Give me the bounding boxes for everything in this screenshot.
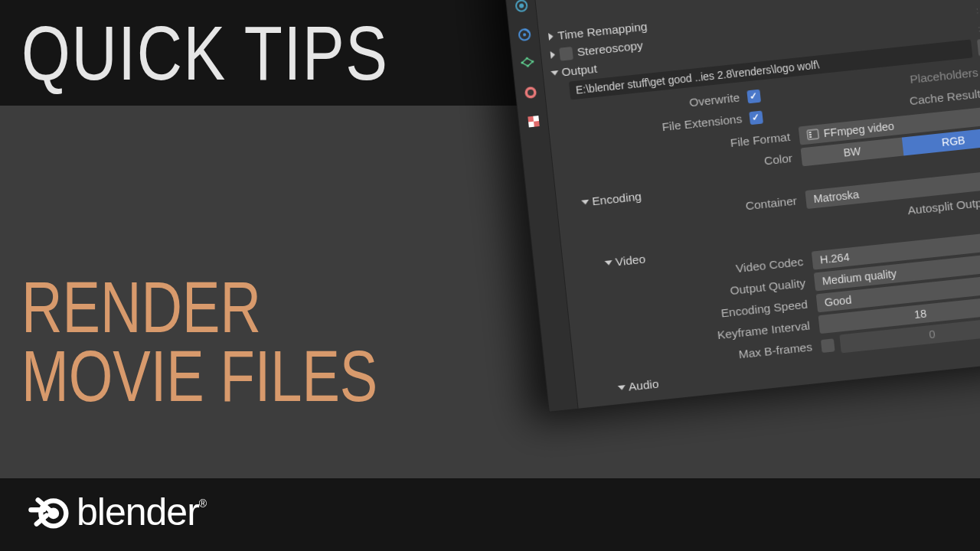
tab-viewlayer-icon[interactable] [518, 54, 537, 73]
tab-texture-icon[interactable] [524, 112, 542, 131]
chevron-right-icon [550, 51, 556, 59]
svg-rect-20 [808, 132, 811, 133]
chevron-down-icon [550, 70, 559, 76]
overwrite-checkbox[interactable] [746, 89, 761, 103]
svg-point-6 [518, 3, 524, 8]
folder-browse-icon[interactable] [977, 37, 980, 56]
overlay-title: QUICK TIPS [21, 9, 389, 97]
chevron-right-icon [548, 32, 554, 41]
max-bframes-checkbox[interactable] [821, 338, 835, 353]
svg-rect-17 [528, 122, 534, 128]
svg-rect-18 [534, 121, 540, 127]
tab-world-icon[interactable] [521, 83, 539, 102]
svg-point-8 [522, 33, 525, 36]
svg-rect-16 [533, 116, 539, 122]
properties-panel: Step 250 Frame Rate 1 24 fps Time Remapp… [501, 0, 980, 412]
file-extensions-checkbox[interactable] [749, 110, 763, 125]
stereoscopy-checkbox[interactable] [559, 46, 573, 60]
svg-rect-19 [807, 129, 818, 139]
tab-render-icon[interactable] [512, 0, 531, 15]
chevron-down-icon [605, 260, 613, 266]
tab-output-icon[interactable] [515, 25, 534, 44]
chevron-down-icon [581, 200, 590, 205]
svg-rect-22 [809, 136, 812, 138]
chevron-down-icon [618, 385, 626, 390]
blender-logo: blender® [27, 490, 206, 534]
svg-rect-15 [528, 116, 534, 122]
drag-grip-icon: :::: [975, 5, 980, 15]
svg-rect-21 [809, 134, 812, 135]
overlay-subtitle: RENDERMOVIE FILES [21, 272, 377, 411]
